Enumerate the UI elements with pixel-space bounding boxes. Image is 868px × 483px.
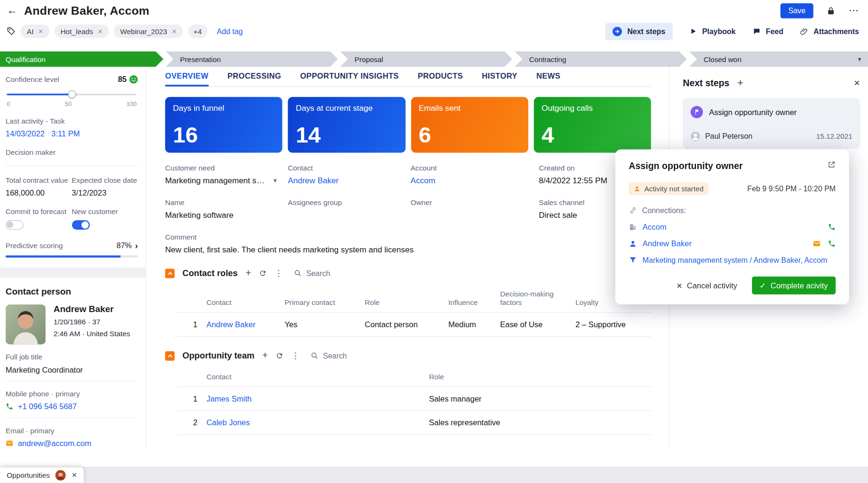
confidence-label: Confidence level xyxy=(6,75,59,83)
contact-field-link[interactable]: Andrew Baker xyxy=(288,176,339,185)
collapse-icon[interactable] xyxy=(165,268,175,278)
table-row[interactable]: 1 Andrew Baker Yes Contact person Medium… xyxy=(177,313,651,337)
kebab-menu-icon[interactable]: ⋮ xyxy=(274,268,283,278)
contact-roles-title: Contact roles xyxy=(182,268,238,278)
col-contact: Contact xyxy=(202,283,280,313)
next-steps-button[interactable]: Next steps xyxy=(606,23,673,40)
tag-chip[interactable]: Hot_leads✕ xyxy=(54,25,109,38)
play-icon xyxy=(689,27,697,35)
metric-outgoing-calls: Outgoing calls 4 xyxy=(533,97,651,153)
add-next-step-icon[interactable]: + xyxy=(737,77,743,89)
slider-thumb[interactable] xyxy=(68,90,75,98)
add-icon[interactable]: + xyxy=(245,268,251,279)
lock-icon[interactable] xyxy=(827,7,835,15)
kebab-menu-icon[interactable]: ⋮ xyxy=(291,351,300,361)
stage-closed-won[interactable]: Closed won▾ xyxy=(689,51,868,67)
contact-local-time: 2:46 AM · United States xyxy=(54,330,130,338)
connection-row-opportunity: Marketing management system / Andrew Bak… xyxy=(629,256,836,264)
remove-tag-icon[interactable]: ✕ xyxy=(98,27,103,35)
opportunity-connection-link[interactable]: Marketing management system / Andrew Bak… xyxy=(642,256,827,264)
save-button[interactable]: Save xyxy=(780,3,813,18)
table-row[interactable]: 2 Caleb Jones Sales representative xyxy=(177,411,651,435)
more-tags-chip[interactable]: +4 xyxy=(188,25,208,38)
attachments-button[interactable]: Attachments xyxy=(800,27,859,36)
contact-link[interactable]: Andrew Baker xyxy=(207,320,256,329)
playbook-button[interactable]: Playbook xyxy=(689,27,736,36)
chevron-down-icon: ▾ xyxy=(273,177,277,184)
close-icon[interactable]: ✕ xyxy=(854,79,860,88)
remove-tag-icon[interactable]: ✕ xyxy=(172,27,177,35)
refresh-icon[interactable] xyxy=(259,269,266,277)
tag-icon xyxy=(7,27,16,36)
job-title-value: Marketing Coordinator xyxy=(6,365,138,374)
next-steps-label: Next steps xyxy=(627,27,665,36)
account-field-link[interactable]: Accom xyxy=(411,176,435,185)
add-icon[interactable]: + xyxy=(262,350,268,361)
record-main: OVERVIEW PROCESSING OPPORTUNITY INSIGHTS… xyxy=(146,67,669,449)
account-connection-link[interactable]: Accom xyxy=(642,223,666,232)
back-icon[interactable]: ← xyxy=(7,4,17,17)
contact-roles-search-input[interactable] xyxy=(306,269,351,277)
loyalty-cell: 2 – Supportive xyxy=(571,313,651,337)
new-customer-label: New customer xyxy=(72,207,138,216)
refresh-icon[interactable] xyxy=(276,352,283,359)
stage-presentation[interactable]: Presentation xyxy=(165,51,338,67)
new-customer-toggle[interactable] xyxy=(72,220,90,230)
feed-button[interactable]: Feed xyxy=(752,27,783,36)
add-tag-link[interactable]: Add tag xyxy=(217,27,243,36)
stage-qualification[interactable]: Qualification xyxy=(0,51,163,67)
last-activity-date-link[interactable]: 14/03/2022 xyxy=(6,129,45,138)
stage-label: Contracting xyxy=(529,55,566,63)
collapse-icon[interactable] xyxy=(165,351,175,360)
commit-forecast-toggle[interactable] xyxy=(6,220,24,230)
complete-activity-button[interactable]: ✓ Complete acivity xyxy=(752,277,836,295)
more-menu-icon[interactable]: ⋯ xyxy=(849,4,859,17)
mobile-phone-link[interactable]: +1 096 546 5687 xyxy=(18,402,77,411)
activity-popup-title: Assign opportunity owner xyxy=(629,161,743,171)
close-icon[interactable]: ✕ xyxy=(72,471,77,479)
predictive-scoring-link[interactable]: 87% › xyxy=(117,241,138,250)
customer-need-select[interactable]: Marketing management s… ▾ xyxy=(165,176,277,185)
tab-history[interactable]: HISTORY xyxy=(482,67,517,86)
tab-opportunity-insights[interactable]: OPPORTUNITY INSIGHTS xyxy=(300,67,398,86)
phone-icon[interactable] xyxy=(828,223,835,231)
tag-chip[interactable]: Webinar_2023✕ xyxy=(114,25,183,38)
stage-proposal[interactable]: Proposal xyxy=(340,51,513,67)
scale-min: 0 xyxy=(7,100,10,107)
name-value: Marketing software xyxy=(165,211,277,220)
opportunities-tab[interactable]: Opportunities ✕ xyxy=(0,467,84,483)
row-number: 1 xyxy=(177,313,202,337)
mail-icon[interactable] xyxy=(813,240,820,247)
next-step-card[interactable]: Assign opportunity owner Paul Peterson 1… xyxy=(683,98,860,149)
last-activity-time-link[interactable]: 3:11 PM xyxy=(51,129,80,138)
close-date-value: 3/12/2023 xyxy=(72,188,138,197)
confidence-slider[interactable] xyxy=(7,90,136,98)
contact-link[interactable]: James Smith xyxy=(207,394,252,403)
table-row[interactable]: 1 James Smith Sales manager xyxy=(177,387,651,411)
contact-link[interactable]: Caleb Jones xyxy=(207,418,250,427)
contact-connection-link[interactable]: Andrew Baker xyxy=(642,239,692,248)
contract-value-label: Total contract value xyxy=(6,176,72,185)
open-in-new-icon[interactable] xyxy=(827,161,836,169)
divider xyxy=(6,166,138,166)
pipeline-stage-bar: Qualification Presentation Proposal Cont… xyxy=(0,51,868,67)
opportunity-team-search-input[interactable] xyxy=(323,351,368,360)
email-link[interactable]: andrew@accom.com xyxy=(18,439,91,448)
confidence-value: 85 xyxy=(118,75,127,84)
stage-label: Qualification xyxy=(6,55,45,63)
tab-processing[interactable]: PROCESSING xyxy=(227,67,281,86)
tab-products[interactable]: PRODUCTS xyxy=(418,67,463,86)
tab-news[interactable]: NEWS xyxy=(536,67,561,86)
link-chain-icon xyxy=(629,206,637,215)
close-date-label: Expected close date xyxy=(72,176,138,185)
tab-overview[interactable]: OVERVIEW xyxy=(165,67,208,86)
stage-contracting[interactable]: Contracting xyxy=(515,51,687,67)
phone-icon[interactable] xyxy=(828,240,835,247)
cancel-activity-button[interactable]: ✕ Cancel activity xyxy=(676,281,737,290)
account-field-label: Account xyxy=(411,164,528,172)
tag-chip[interactable]: AI✕ xyxy=(21,25,50,38)
tag-bar: AI✕ Hot_leads✕ Webinar_2023✕ +4 Add tag … xyxy=(0,20,868,42)
opportunity-team-header: Opportunity team + ⋮ xyxy=(165,350,651,361)
remove-tag-icon[interactable]: ✕ xyxy=(38,27,43,35)
stage-dropdown-icon[interactable]: ▾ xyxy=(858,55,861,63)
